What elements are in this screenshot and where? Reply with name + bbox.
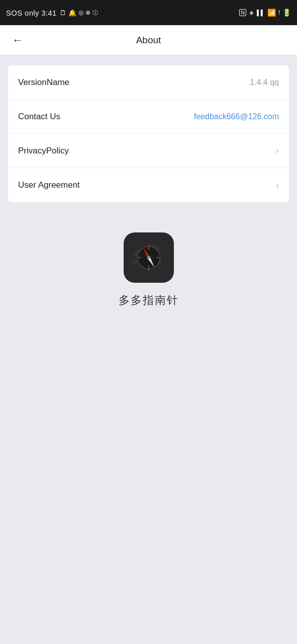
version-name-value: 1.4.4 qq [250, 78, 279, 87]
svg-point-16 [148, 257, 149, 258]
nav-bar: ← About [0, 25, 297, 55]
vibrate-icon: ▌▌ [257, 10, 265, 16]
status-icons-left: 🗒 🔔 ◎ ⊗ ⓘ [60, 9, 98, 17]
block-icon: ⊗ [85, 9, 90, 16]
notification-icon: 🗒 [60, 9, 66, 17]
nfc-icon: N [239, 9, 246, 16]
privacy-policy-label: PrivacyPolicy [18, 146, 69, 156]
contact-us-value: feedback666@126.com [194, 112, 279, 121]
signal-alert-icon: ! [278, 9, 280, 16]
app-name-label: 多多指南针 [119, 293, 179, 308]
privacy-policy-item[interactable]: PrivacyPolicy › [8, 134, 289, 168]
compass-svg-icon: N S [129, 237, 169, 278]
status-time: SOS only 3:41 [6, 9, 57, 17]
about-list-card: VersionName 1.4.4 qq Contact Us feedback… [8, 65, 289, 202]
bluetooth-icon: ∗ [249, 9, 254, 17]
user-agreement-label: User Agreement [18, 180, 80, 190]
user-agreement-item[interactable]: User Agreement › [8, 168, 289, 202]
contact-us-label: Contact Us [18, 112, 60, 122]
bell-icon: 🔔 [68, 9, 76, 17]
svg-text:S: S [148, 268, 150, 271]
app-section: N S 多多指南针 [0, 232, 297, 308]
contact-us-item[interactable]: Contact Us feedback666@126.com [8, 100, 289, 134]
status-bar-left: SOS only 3:41 🗒 🔔 ◎ ⊗ ⓘ [6, 9, 98, 17]
version-name-label: VersionName [18, 77, 69, 88]
privacy-policy-chevron-icon: › [276, 145, 279, 156]
back-button[interactable]: ← [8, 31, 27, 50]
battery-icon: 🔋 [282, 9, 291, 17]
content-area: VersionName 1.4.4 qq Contact Us feedback… [0, 55, 297, 644]
app-icon: N S [124, 232, 174, 283]
status-bar: SOS only 3:41 🗒 🔔 ◎ ⊗ ⓘ N ∗ ▌▌ 📶 ! 🔋 [0, 0, 297, 25]
user-agreement-chevron-icon: › [276, 180, 279, 191]
back-arrow-icon: ← [12, 35, 23, 46]
svg-text:N: N [147, 244, 150, 247]
sync-icon: ◎ [78, 9, 83, 16]
version-name-item: VersionName 1.4.4 qq [8, 65, 289, 100]
page-title: About [136, 35, 161, 46]
svg-point-5 [131, 259, 138, 264]
wifi-icon: 📶 [267, 9, 276, 17]
status-bar-right: N ∗ ▌▌ 📶 ! 🔋 [239, 9, 291, 17]
info-icon: ⓘ [92, 9, 98, 17]
